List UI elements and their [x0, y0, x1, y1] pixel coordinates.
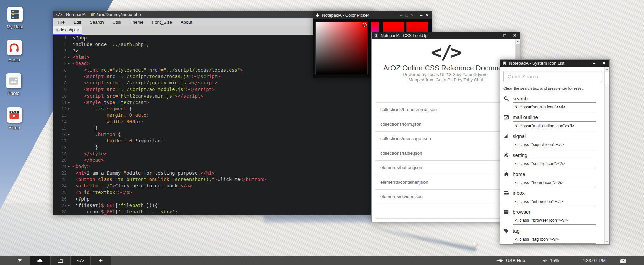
icon-name: mail outline — [513, 114, 538, 120]
scroll-down-icon[interactable]: ▼ — [605, 239, 609, 244]
minimize-button[interactable]: – — [420, 12, 422, 18]
scrollbar-thumb[interactable] — [605, 72, 609, 86]
fold-arrow-icon[interactable]: ▼ — [68, 106, 70, 112]
line-number: 22 — [53, 170, 67, 176]
code-line: 14 width: 300px; — [53, 118, 374, 125]
css-doc-item[interactable]: elements/divider.json — [375, 189, 516, 204]
icon-code-input[interactable] — [513, 121, 596, 130]
fold-arrow-icon[interactable]: ▼ — [68, 164, 70, 170]
menu-theme[interactable]: Theme — [125, 18, 148, 26]
icon-name: search — [513, 96, 528, 101]
fold-arrow-icon[interactable]: ▼ — [68, 61, 70, 67]
tray-clock[interactable]: 4:33:07 PM — [582, 256, 606, 265]
close-button[interactable]: ✕ — [602, 61, 606, 65]
css-lookup-titlebar[interactable]: 3 NotepadA - CSS LookUp –□✕ — [372, 32, 520, 39]
setting-icon — [503, 152, 509, 158]
gradient-cursor[interactable] — [363, 23, 367, 27]
scroll-up-icon[interactable]: ▲ — [605, 67, 609, 72]
menu-utils[interactable]: Utils — [108, 18, 125, 26]
fold-arrow-icon[interactable]: ▼ — [68, 100, 70, 106]
line-number: 9 — [53, 86, 67, 93]
code-line: 15 } — [53, 125, 374, 131]
icon-code-input[interactable] — [513, 159, 596, 168]
fold-arrow-icon[interactable]: ▼ — [68, 203, 70, 209]
bookmark-icon — [502, 61, 507, 65]
saturation-value-gradient[interactable] — [315, 22, 368, 74]
tray-messages[interactable] — [620, 256, 626, 265]
line-number: 25 — [53, 189, 67, 196]
desktop-icon-video[interactable]: Video — [0, 107, 30, 130]
maximize-button[interactable]: □ — [503, 33, 506, 38]
desktop-icon-photo[interactable]: Photo — [0, 73, 29, 96]
close-button[interactable]: ✕ — [513, 33, 517, 38]
icon-list-scrollbar[interactable]: ▲ ▼ — [604, 67, 609, 244]
desktop: My HostAudioPhotoVideo </> NotepadA /aor… — [0, 0, 644, 265]
tab-close-icon[interactable]: × — [77, 28, 79, 32]
taskbar-add-button[interactable]: + — [91, 256, 111, 265]
css-doc-item[interactable]: elements/container.json — [375, 175, 516, 189]
icon-entries: searchmail outlinesignalsettinghomeinbox… — [503, 95, 602, 244]
line-number: 23 — [53, 176, 67, 183]
css-doc-item[interactable]: collections/breadcrumb.json — [375, 103, 516, 117]
fold-arrow-icon[interactable]: ▼ — [68, 54, 70, 61]
browser-icon — [503, 209, 509, 215]
code-line: 23 <button class="ts button" onClick="sc… — [53, 176, 374, 183]
icon-code-input[interactable] — [513, 216, 596, 225]
icon-code-input[interactable] — [513, 178, 596, 187]
tray-usb-hub[interactable]: USB Hub — [496, 256, 525, 265]
code-line: 20 </head> — [53, 157, 374, 163]
css-doc-item[interactable]: collections/message.json — [375, 131, 516, 146]
icon-code-input[interactable] — [513, 235, 596, 244]
quick-search-input[interactable] — [503, 71, 602, 82]
taskbar-app-cloud[interactable] — [30, 256, 50, 265]
taskbar-app-file-explorer[interactable] — [51, 256, 70, 265]
line-number: 4 — [53, 54, 67, 60]
wall-nail — [472, 242, 478, 247]
desktop-icon-audio[interactable]: Audio — [0, 40, 30, 62]
css-lookup-title: NotepadA - CSS LookUp — [381, 33, 427, 38]
line-number: 18 — [53, 144, 67, 151]
dim-maximize-button[interactable]: □ — [405, 12, 408, 18]
menu-about[interactable]: About — [176, 18, 197, 26]
minimize-button[interactable]: – — [494, 33, 497, 38]
menu-file[interactable]: File — [53, 18, 69, 26]
fold-arrow-icon[interactable]: ▼ — [68, 132, 70, 138]
desktop-icon-label: Video — [0, 125, 30, 130]
current-color-swatch[interactable] — [383, 22, 404, 33]
menu-edit[interactable]: Edit — [69, 18, 85, 26]
icon-code-input[interactable] — [513, 140, 596, 149]
css-doc-item[interactable]: elements/button.json — [375, 160, 516, 175]
scroll-up-icon[interactable]: ▲ — [516, 39, 520, 44]
icon-code-input[interactable] — [513, 197, 596, 206]
droplet-icon — [315, 13, 320, 17]
icon-list-titlebar[interactable]: NotepadA - System Icon List –✕ — [500, 60, 609, 67]
tray-volume[interactable]: 15% — [542, 256, 559, 265]
code-line: 13 margin: 0 auto; — [53, 112, 374, 118]
close-button[interactable]: × — [426, 12, 428, 18]
css-doc-item[interactable]: collections/form.json — [375, 117, 516, 131]
folder-icon — [57, 257, 64, 264]
saved-color-swatch[interactable] — [406, 22, 428, 33]
tab-index-php[interactable]: index.php × — [53, 26, 82, 35]
css-doc-item[interactable]: collections/table.json — [375, 146, 516, 160]
icon-entry-search: search — [503, 95, 602, 111]
icon-entry-header: home — [503, 170, 602, 177]
color-picker-titlebar[interactable]: NotepadA - Color Picker –□× –× — [313, 11, 432, 19]
dim-close-button[interactable]: × — [411, 12, 414, 18]
icon-code-input[interactable] — [513, 102, 596, 111]
css-doc-list: collections/breadcrumb.jsoncollections/f… — [375, 102, 517, 219]
line-number: 11 — [53, 99, 67, 106]
line-number: 27 — [53, 202, 67, 209]
icon-list-title: NotepadA - System Icon List — [509, 61, 564, 66]
menu-font-size[interactable]: Font_Size — [148, 18, 176, 26]
minimize-button[interactable]: – — [593, 61, 595, 65]
usb-icon — [496, 258, 504, 263]
taskbar-collapse-button[interactable] — [15, 256, 24, 265]
taskbar-app-notepada[interactable]: </> — [71, 256, 90, 265]
desktop-icon-my-host[interactable]: My Host — [0, 7, 30, 29]
usb-label: USB Hub — [506, 258, 525, 263]
menu-search[interactable]: Search — [85, 18, 108, 26]
code-line: 10 <script src="html2canvas.min.js"></sc… — [53, 93, 374, 99]
dim-minimize-button[interactable]: – — [400, 12, 402, 18]
clock-time: 4:33:07 PM — [582, 258, 606, 263]
